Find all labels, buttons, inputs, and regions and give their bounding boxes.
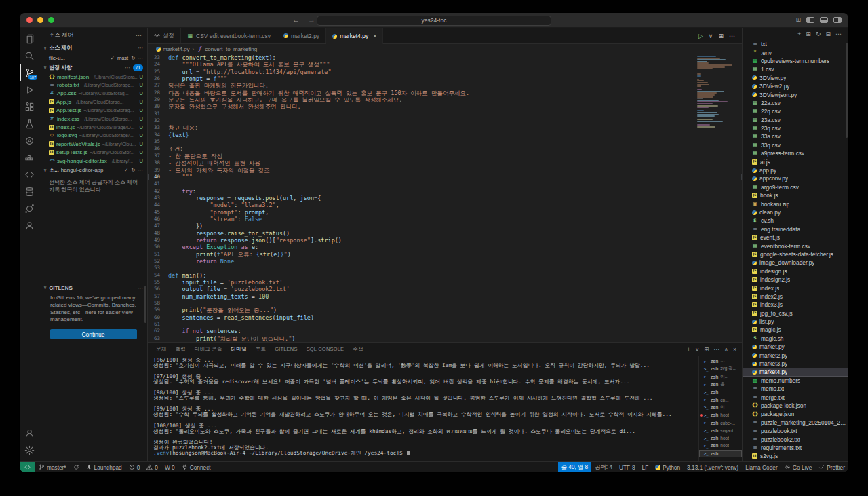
panel-tab-문제[interactable]: 문제 — [156, 343, 166, 356]
file-tree-item[interactable]: ▦33q.csv — [743, 141, 848, 149]
gitlens-section-header[interactable]: ∨ GITLENS ⋯ — [39, 283, 147, 292]
command-center[interactable]: yes24-toc — [317, 16, 551, 26]
terminal-dropdown-icon[interactable]: ∨ — [695, 346, 699, 353]
forward-button[interactable]: → — [308, 16, 315, 24]
terminal-session[interactable]: >_zsh — [699, 450, 742, 457]
terminal-session[interactable]: >_zsh⋯ — [699, 358, 742, 365]
tab-설정[interactable]: 설정 — [148, 28, 181, 43]
file-tree-item[interactable]: JSindex.js — [743, 284, 848, 292]
file-tree-item[interactable]: JSjpg_to_csv.js — [743, 309, 848, 318]
status-problems-errors[interactable]: 0 — [125, 462, 144, 472]
terminal-session[interactable]: >_zshhoot — [699, 434, 742, 442]
scm-section-header[interactable]: ∨ 소스 제어 ⋯ — [39, 43, 147, 53]
gitlens-continue-button[interactable]: Continue — [50, 329, 137, 339]
activity-live-share[interactable] — [20, 217, 39, 234]
activity-explorer[interactable] — [20, 31, 39, 47]
file-tree-item[interactable]: ▦22a.csv — [743, 99, 848, 107]
tab-market4.py[interactable]: market4.py× — [326, 28, 383, 44]
toggle-panel-icon[interactable] — [820, 17, 828, 23]
file-tree-item[interactable]: 3DViewjson.py — [743, 90, 848, 98]
check-icon[interactable]: ✓ — [111, 55, 115, 61]
file-tree-item[interactable]: ≡puzzlebook.txt — [743, 427, 848, 435]
status-encoding[interactable]: UTF-8 — [616, 462, 639, 472]
file-tree-item[interactable]: {}package.json — [743, 410, 848, 418]
back-button[interactable]: ← — [292, 16, 300, 24]
refresh-icon[interactable]: ↻ — [131, 167, 135, 173]
file-tree-item[interactable]: JSindex3.js — [743, 301, 848, 309]
file-tree-item[interactable]: market.py — [743, 343, 848, 351]
file-tree-item[interactable]: JSai.js — [743, 157, 848, 166]
file-tree-item[interactable]: ≡txt — [743, 40, 848, 48]
panel-tab-주석[interactable]: 주석 — [353, 343, 363, 356]
scm-file-row[interactable]: JSindex.js~/Library/CloudStorage/O...U — [39, 123, 147, 131]
refresh-icon[interactable]: ↻ — [816, 31, 821, 37]
activity-docker[interactable] — [20, 149, 39, 166]
toggle-sidebar-icon[interactable] — [806, 17, 814, 23]
tab-CSV edit eventbook-term.csv[interactable]: ▦CSV edit eventbook-term.csv — [181, 28, 277, 43]
activity-source-control[interactable]: 107 — [20, 64, 39, 81]
file-tree-item[interactable]: app.py — [743, 166, 848, 174]
file-tree-item[interactable]: $magic.sh — [743, 335, 848, 343]
file-tree-item[interactable]: clean.py — [743, 208, 848, 216]
more-actions-icon[interactable]: ⋯ — [835, 31, 842, 37]
terminal-session[interactable]: >_zshcp... — [699, 396, 742, 403]
minimize-window-button[interactable] — [37, 17, 43, 23]
panel-tab-GITLENS[interactable]: GITLENS — [275, 343, 298, 356]
new-file-icon[interactable]: + — [797, 31, 801, 37]
more-icon[interactable]: ⋯ — [138, 167, 144, 173]
file-tree-item[interactable]: appconv.py — [743, 174, 848, 183]
run-python-file-icon[interactable]: ▷ — [698, 33, 703, 39]
activity-jupyter[interactable] — [20, 200, 39, 217]
scm-repo-item[interactable]: file-u... ✓ mast ↻ ⋯ — [39, 53, 147, 62]
file-tree-item[interactable]: JSbook.js — [743, 191, 848, 199]
explorer-scrollbar[interactable] — [846, 43, 848, 138]
panel-tab-터미널[interactable]: 터미널 — [231, 343, 247, 356]
activity-database[interactable] — [20, 183, 39, 200]
status-launchpad[interactable]: Launchpad — [83, 462, 125, 472]
close-window-button[interactable] — [26, 17, 33, 23]
file-tree-item[interactable]: ≡merge.txt — [743, 393, 848, 401]
scm-file-row[interactable]: #App.css~/Library/CloudStorag...U — [39, 90, 147, 98]
tab-market2.py[interactable]: market2.py — [277, 28, 326, 43]
activity-account[interactable] — [20, 425, 39, 442]
more-actions-icon[interactable]: ⋯ — [136, 32, 142, 39]
file-tree-item[interactable]: JSindex2.js — [743, 292, 848, 301]
file-tree-item[interactable]: ▦memo.numbers — [743, 377, 848, 385]
status-connect[interactable]: Connect — [178, 462, 214, 472]
file-tree-item[interactable]: ▣bookani.zip — [743, 199, 848, 208]
file-tree-item[interactable]: ≡puzzlebook2.txt — [743, 435, 848, 443]
scm-file-row[interactable]: JSApp.test.js~/Library/CloudStorag...U — [39, 107, 147, 115]
scm-file-row[interactable]: JSApp.js~/Library/CloudStorag...U — [39, 98, 147, 106]
file-tree-item[interactable]: ▦eventbook-term.csv — [743, 242, 848, 250]
activity-remote-explorer[interactable] — [20, 166, 39, 183]
terminal-output[interactable]: [96/100] 생성 중 ...생성됨: "호기심이 자극되고, 미래를 알 … — [148, 356, 698, 461]
close-icon[interactable]: × — [373, 33, 376, 39]
file-tree-item[interactable]: $cv.sh — [743, 216, 848, 225]
status-remote-indicator[interactable] — [20, 462, 35, 472]
file-tree-item[interactable]: ▦33a.csv — [743, 132, 848, 140]
file-tree-item[interactable]: ▦0pubreviews-term.numbers — [743, 57, 848, 65]
file-tree-item[interactable]: JSindesign.js — [743, 267, 848, 275]
status-problems-warnings[interactable]: 0 — [143, 462, 161, 472]
more-icon[interactable]: ⋯ — [138, 55, 144, 61]
more-icon[interactable]: ⋯ — [125, 64, 130, 71]
more-icon[interactable]: ⋯ — [138, 45, 144, 51]
status-w-count[interactable]: W 0 — [161, 462, 178, 472]
status-git-branch[interactable]: master* — [35, 462, 70, 472]
customize-layout-icon[interactable]: ⊞ — [795, 17, 801, 23]
breadcrumb-item[interactable]: ƒconvert_to_marketing — [197, 46, 257, 52]
activity-search[interactable] — [20, 47, 39, 64]
terminal-session[interactable]: >_zshhoot — [699, 411, 742, 419]
file-tree-item[interactable]: ▦23a.csv — [743, 116, 848, 124]
terminal-session[interactable]: >_zshhoot — [699, 442, 742, 449]
more-icon[interactable]: ⋯ — [138, 285, 144, 291]
split-terminal-icon[interactable]: ⊞ — [704, 346, 709, 353]
split-editor-icon[interactable]: ⊞ — [718, 33, 724, 39]
terminal-session[interactable]: >_zshcube-... — [699, 419, 742, 426]
check-icon[interactable]: ✓ — [124, 167, 128, 173]
panel-tab-출력[interactable]: 출력 — [175, 343, 185, 356]
editor[interactable]: 23def convert_to_marketing(text):24 """O… — [148, 54, 742, 342]
sidebar-scrollbar[interactable] — [144, 286, 146, 323]
more-actions-icon[interactable]: ⋯ — [729, 33, 735, 39]
terminal-session[interactable]: >_zsh이... — [699, 373, 742, 381]
